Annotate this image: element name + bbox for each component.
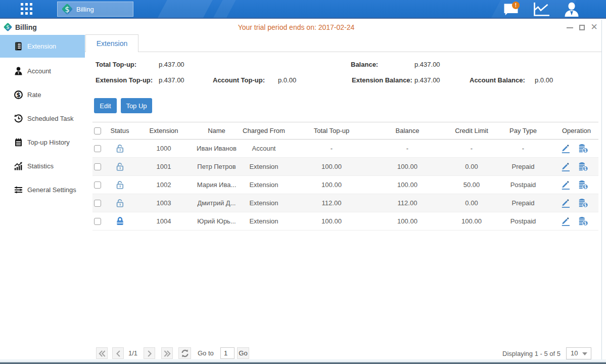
dollar-circle-icon: $	[14, 90, 23, 99]
total-topup-cell: 112.00	[287, 194, 376, 212]
edit-icon[interactable]	[561, 199, 570, 208]
row-checkbox[interactable]	[94, 181, 101, 189]
refresh-button[interactable]	[178, 347, 191, 359]
unlocked-icon[interactable]	[115, 180, 125, 190]
sidebar-item-account[interactable]: Account	[0, 59, 85, 83]
sidebar-item-label: Scheduled Task	[27, 115, 74, 122]
tab-extension[interactable]: Extension	[85, 34, 138, 52]
sidebar-item-label: Extension	[27, 42, 56, 50]
unlocked-icon[interactable]	[115, 162, 125, 171]
window-bottom-edge	[0, 359, 606, 364]
top-up-icon[interactable]	[578, 144, 588, 153]
user-account-icon[interactable]	[563, 2, 581, 17]
extension-cell: 1003	[135, 194, 193, 212]
total-topup-cell: 100.00	[287, 158, 376, 176]
svg-text:$: $	[16, 92, 20, 99]
account-topup-value: p.0.00	[278, 76, 296, 84]
prev-page-button[interactable]	[112, 347, 124, 359]
displaying-text: Displaying 1 - 5 of 5	[502, 350, 561, 357]
sidebar-item-general-settings[interactable]: General Settings	[0, 178, 85, 202]
row-checkbox[interactable]	[94, 145, 101, 152]
col-header-balance[interactable]: Balance	[376, 122, 439, 140]
notification-badge: !	[512, 2, 520, 9]
col-header-operation[interactable]: Operation	[542, 122, 598, 140]
balance-cell: -	[376, 140, 439, 158]
table-row-1000: 1000Иван ИвановAccount----	[92, 140, 598, 158]
row-checkbox[interactable]	[94, 163, 101, 170]
row-checkbox[interactable]	[94, 218, 101, 225]
name-cell: Дмитрий Д...	[193, 194, 241, 212]
close-button[interactable]: ✕	[590, 24, 598, 31]
sidebar-item-label: Rate	[27, 91, 41, 99]
table-row-1004: 1004Юрий Юрь...Extension100.00100.00100.…	[92, 212, 598, 231]
sidebar-item-label: Account	[27, 67, 51, 75]
sidebar-item-topup-history[interactable]: Top-up History	[0, 130, 85, 154]
sidebar-item-label: Statistics	[27, 162, 54, 170]
col-header-credit-limit[interactable]: Credit Limit	[439, 122, 504, 140]
top-up-button[interactable]: Top Up	[121, 98, 152, 113]
edit-icon[interactable]	[561, 217, 570, 226]
col-header-pay-type[interactable]: Pay Type	[504, 122, 542, 140]
top-up-icon[interactable]	[578, 198, 588, 208]
credit-limit-cell: 0.00	[439, 194, 504, 212]
notepad-icon	[14, 138, 23, 147]
extension-cell: 1000	[135, 140, 193, 158]
edit-icon[interactable]	[561, 180, 570, 190]
messages-icon[interactable]: !	[502, 2, 520, 17]
sidebar-item-label: General Settings	[27, 186, 76, 194]
resource-monitor-icon[interactable]	[532, 2, 550, 17]
total-topup-cell: -	[287, 140, 376, 158]
col-header-total-topup[interactable]: Total Top-up	[287, 122, 376, 140]
maximize-button[interactable]	[578, 24, 586, 31]
credit-limit-cell: 100.00	[439, 212, 504, 231]
first-page-button[interactable]	[96, 347, 108, 359]
edit-icon[interactable]	[561, 162, 570, 171]
locked-icon[interactable]	[115, 216, 125, 226]
total-topup-label: Total Top-up:	[96, 61, 136, 68]
goto-page-input[interactable]	[220, 347, 235, 359]
last-page-button[interactable]	[161, 347, 173, 359]
sidebar-item-extension[interactable]: Extension	[0, 35, 85, 58]
unlocked-icon[interactable]	[115, 144, 125, 153]
go-button[interactable]: Go	[237, 347, 249, 359]
account-balance-label: Account Balance:	[470, 76, 525, 84]
extension-balance-label: Extension Balance:	[352, 76, 412, 84]
extension-topup-label: Extension Top-up:	[96, 76, 153, 84]
page-size-select[interactable]: 10	[566, 347, 591, 359]
row-checkbox[interactable]	[94, 200, 101, 207]
phone-icon	[14, 42, 23, 51]
person-icon	[14, 67, 23, 75]
top-up-icon[interactable]	[578, 216, 588, 226]
page-indicator: 1/1	[128, 349, 137, 357]
sidebar-item-rate[interactable]: $ Rate	[0, 83, 85, 107]
name-cell: Юрий Юрь...	[193, 212, 241, 231]
name-cell: Иван Иванов	[193, 140, 241, 158]
next-page-button[interactable]	[144, 347, 155, 359]
top-up-icon[interactable]	[578, 162, 588, 171]
extension-cell: 1004	[135, 212, 193, 231]
col-header-charged-from[interactable]: Charged From	[241, 122, 287, 140]
total-topup-cell: 100.00	[287, 212, 376, 231]
extension-table: Status Extension Name Charged From Total…	[92, 122, 598, 231]
balance-cell: 112.00	[376, 194, 439, 212]
status-cell	[105, 158, 135, 176]
credit-limit-cell: 50.00	[439, 176, 504, 194]
unlocked-icon[interactable]	[115, 198, 125, 208]
pay-type-cell: Prepaid	[504, 158, 542, 176]
col-header-name[interactable]: Name	[193, 122, 241, 140]
edit-button[interactable]: Edit	[94, 98, 117, 113]
extension-balance-value: p.437.00	[414, 76, 440, 84]
sidebar-item-statistics[interactable]: Statistics	[0, 154, 85, 178]
select-all-checkbox[interactable]	[94, 127, 101, 134]
minimize-button[interactable]	[566, 24, 574, 31]
edit-icon[interactable]	[561, 144, 570, 153]
balance-cell: 100.00	[376, 176, 439, 194]
name-cell: Петр Петров	[193, 158, 241, 176]
top-up-icon[interactable]	[578, 180, 588, 190]
col-header-status[interactable]: Status	[105, 122, 135, 140]
total-topup-cell: 100.00	[287, 176, 376, 194]
status-cell	[105, 176, 135, 194]
sidebar-item-scheduled-task[interactable]: Scheduled Task	[0, 107, 85, 130]
col-header-extension[interactable]: Extension	[135, 122, 193, 140]
charged-from-cell: Extension	[241, 176, 287, 194]
